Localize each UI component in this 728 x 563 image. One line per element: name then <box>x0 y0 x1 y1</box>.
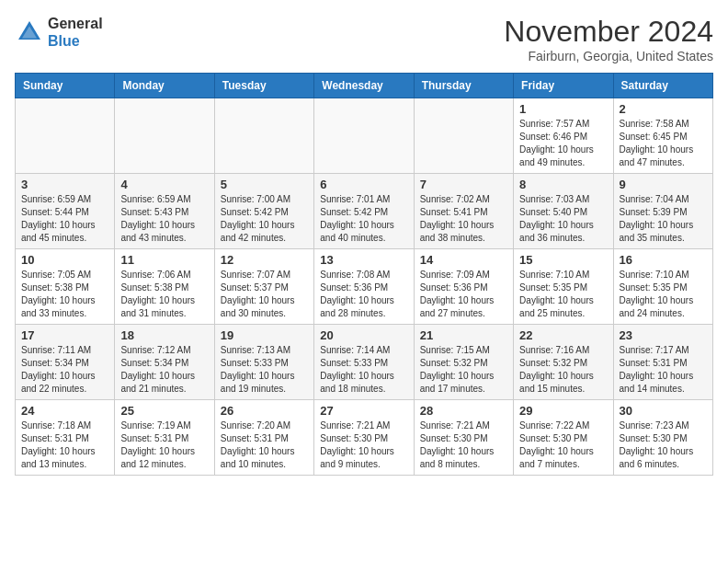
day-info: Sunrise: 6:59 AM Sunset: 5:44 PM Dayligh… <box>21 193 108 245</box>
calendar-table: SundayMondayTuesdayWednesdayThursdayFrid… <box>15 73 713 476</box>
calendar-day-cell: 11Sunrise: 7:06 AM Sunset: 5:38 PM Dayli… <box>115 249 214 325</box>
calendar-day-cell <box>16 98 115 174</box>
day-info: Sunrise: 7:21 AM Sunset: 5:30 PM Dayligh… <box>320 419 407 471</box>
weekday-header: Monday <box>115 74 214 98</box>
calendar-day-cell <box>115 98 214 174</box>
day-number: 30 <box>620 404 707 418</box>
day-number: 18 <box>120 328 208 342</box>
day-info: Sunrise: 7:07 AM Sunset: 5:37 PM Dayligh… <box>221 269 308 320</box>
calendar-day-cell: 17Sunrise: 7:11 AM Sunset: 5:34 PM Dayli… <box>16 325 115 400</box>
calendar-week-row: 3Sunrise: 6:59 AM Sunset: 5:44 PM Daylig… <box>16 174 713 249</box>
month-title: November 2024 <box>504 15 713 49</box>
day-info: Sunrise: 7:16 AM Sunset: 5:32 PM Dayligh… <box>519 344 607 396</box>
calendar-day-cell: 23Sunrise: 7:17 AM Sunset: 5:31 PM Dayli… <box>613 325 712 400</box>
day-number: 15 <box>519 253 607 267</box>
day-info: Sunrise: 7:22 AM Sunset: 5:30 PM Dayligh… <box>519 419 607 471</box>
logo-text: General Blue <box>48 15 103 50</box>
calendar-day-cell: 24Sunrise: 7:18 AM Sunset: 5:31 PM Dayli… <box>16 400 115 476</box>
day-number: 10 <box>21 253 108 267</box>
day-info: Sunrise: 7:05 AM Sunset: 5:38 PM Dayligh… <box>21 269 108 320</box>
day-info: Sunrise: 7:17 AM Sunset: 5:31 PM Dayligh… <box>620 344 707 396</box>
title-block: November 2024 Fairburn, Georgia, United … <box>504 15 713 63</box>
day-info: Sunrise: 7:08 AM Sunset: 5:36 PM Dayligh… <box>320 269 407 320</box>
logo-icon <box>15 17 44 47</box>
calendar-day-cell <box>414 98 513 174</box>
day-info: Sunrise: 7:01 AM Sunset: 5:42 PM Dayligh… <box>320 193 407 245</box>
day-info: Sunrise: 7:10 AM Sunset: 5:35 PM Dayligh… <box>620 269 707 320</box>
calendar-day-cell: 26Sunrise: 7:20 AM Sunset: 5:31 PM Dayli… <box>214 400 313 476</box>
calendar-day-cell: 6Sunrise: 7:01 AM Sunset: 5:42 PM Daylig… <box>314 174 414 249</box>
logo-general: General <box>48 15 103 32</box>
day-number: 12 <box>221 253 308 267</box>
day-info: Sunrise: 7:12 AM Sunset: 5:34 PM Dayligh… <box>120 344 208 396</box>
day-info: Sunrise: 7:57 AM Sunset: 6:46 PM Dayligh… <box>519 118 607 169</box>
day-info: Sunrise: 6:59 AM Sunset: 5:43 PM Dayligh… <box>120 193 208 245</box>
day-info: Sunrise: 7:06 AM Sunset: 5:38 PM Dayligh… <box>120 269 208 320</box>
day-number: 22 <box>519 328 607 342</box>
calendar-day-cell: 10Sunrise: 7:05 AM Sunset: 5:38 PM Dayli… <box>16 249 115 325</box>
day-info: Sunrise: 7:21 AM Sunset: 5:30 PM Dayligh… <box>420 419 507 471</box>
weekday-header: Saturday <box>613 74 712 98</box>
day-info: Sunrise: 7:04 AM Sunset: 5:39 PM Dayligh… <box>620 193 707 245</box>
day-number: 21 <box>420 328 507 342</box>
calendar-week-row: 17Sunrise: 7:11 AM Sunset: 5:34 PM Dayli… <box>16 325 713 400</box>
day-number: 8 <box>519 178 607 191</box>
calendar-header-row: SundayMondayTuesdayWednesdayThursdayFrid… <box>16 74 713 98</box>
calendar-day-cell: 28Sunrise: 7:21 AM Sunset: 5:30 PM Dayli… <box>414 400 513 476</box>
day-info: Sunrise: 7:20 AM Sunset: 5:31 PM Dayligh… <box>221 419 308 471</box>
calendar-day-cell: 18Sunrise: 7:12 AM Sunset: 5:34 PM Dayli… <box>115 325 214 400</box>
calendar-day-cell: 7Sunrise: 7:02 AM Sunset: 5:41 PM Daylig… <box>414 174 513 249</box>
day-number: 26 <box>221 404 308 418</box>
calendar-week-row: 10Sunrise: 7:05 AM Sunset: 5:38 PM Dayli… <box>16 249 713 325</box>
day-info: Sunrise: 7:18 AM Sunset: 5:31 PM Dayligh… <box>21 419 108 471</box>
day-number: 13 <box>320 253 407 267</box>
day-number: 4 <box>120 178 208 191</box>
calendar-day-cell: 13Sunrise: 7:08 AM Sunset: 5:36 PM Dayli… <box>314 249 414 325</box>
day-info: Sunrise: 7:23 AM Sunset: 5:30 PM Dayligh… <box>620 419 707 471</box>
logo-blue: Blue <box>48 32 103 50</box>
day-number: 6 <box>320 178 407 191</box>
calendar-day-cell: 19Sunrise: 7:13 AM Sunset: 5:33 PM Dayli… <box>214 325 313 400</box>
calendar-day-cell: 22Sunrise: 7:16 AM Sunset: 5:32 PM Dayli… <box>514 325 613 400</box>
logo: General Blue <box>15 15 103 50</box>
calendar-day-cell: 30Sunrise: 7:23 AM Sunset: 5:30 PM Dayli… <box>613 400 712 476</box>
page-header: General Blue November 2024 Fairburn, Geo… <box>15 15 713 63</box>
day-number: 2 <box>620 102 707 116</box>
weekday-header: Wednesday <box>314 74 414 98</box>
day-number: 9 <box>620 178 707 191</box>
day-number: 29 <box>519 404 607 418</box>
day-number: 7 <box>420 178 507 191</box>
calendar-day-cell: 3Sunrise: 6:59 AM Sunset: 5:44 PM Daylig… <box>16 174 115 249</box>
calendar-day-cell: 25Sunrise: 7:19 AM Sunset: 5:31 PM Dayli… <box>115 400 214 476</box>
calendar-day-cell <box>214 98 313 174</box>
calendar-day-cell: 21Sunrise: 7:15 AM Sunset: 5:32 PM Dayli… <box>414 325 513 400</box>
location: Fairburn, Georgia, United States <box>504 49 713 63</box>
calendar-day-cell: 20Sunrise: 7:14 AM Sunset: 5:33 PM Dayli… <box>314 325 414 400</box>
day-number: 11 <box>120 253 208 267</box>
calendar-day-cell: 1Sunrise: 7:57 AM Sunset: 6:46 PM Daylig… <box>514 98 613 174</box>
day-number: 17 <box>21 328 108 342</box>
day-number: 24 <box>21 404 108 418</box>
day-info: Sunrise: 7:58 AM Sunset: 6:45 PM Dayligh… <box>620 118 707 169</box>
calendar-day-cell: 9Sunrise: 7:04 AM Sunset: 5:39 PM Daylig… <box>613 174 712 249</box>
calendar-day-cell: 15Sunrise: 7:10 AM Sunset: 5:35 PM Dayli… <box>514 249 613 325</box>
calendar-day-cell: 4Sunrise: 6:59 AM Sunset: 5:43 PM Daylig… <box>115 174 214 249</box>
day-number: 16 <box>620 253 707 267</box>
day-info: Sunrise: 7:19 AM Sunset: 5:31 PM Dayligh… <box>120 419 208 471</box>
day-number: 27 <box>320 404 407 418</box>
day-number: 3 <box>21 178 108 191</box>
day-info: Sunrise: 7:03 AM Sunset: 5:40 PM Dayligh… <box>519 193 607 245</box>
day-info: Sunrise: 7:11 AM Sunset: 5:34 PM Dayligh… <box>21 344 108 396</box>
calendar-day-cell: 12Sunrise: 7:07 AM Sunset: 5:37 PM Dayli… <box>214 249 313 325</box>
weekday-header: Thursday <box>414 74 513 98</box>
calendar-day-cell <box>314 98 414 174</box>
day-info: Sunrise: 7:10 AM Sunset: 5:35 PM Dayligh… <box>519 269 607 320</box>
day-info: Sunrise: 7:13 AM Sunset: 5:33 PM Dayligh… <box>221 344 308 396</box>
weekday-header: Sunday <box>16 74 115 98</box>
calendar-day-cell: 27Sunrise: 7:21 AM Sunset: 5:30 PM Dayli… <box>314 400 414 476</box>
calendar-day-cell: 16Sunrise: 7:10 AM Sunset: 5:35 PM Dayli… <box>613 249 712 325</box>
day-number: 20 <box>320 328 407 342</box>
day-number: 5 <box>221 178 308 191</box>
day-info: Sunrise: 7:02 AM Sunset: 5:41 PM Dayligh… <box>420 193 507 245</box>
calendar-week-row: 24Sunrise: 7:18 AM Sunset: 5:31 PM Dayli… <box>16 400 713 476</box>
